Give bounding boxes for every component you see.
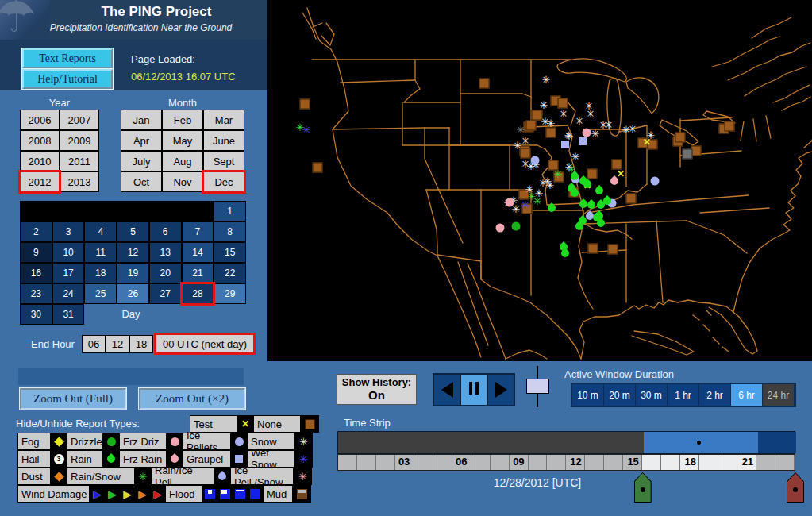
legend-label-frz-driz[interactable]: Frz Driz [119,433,167,450]
legend-icon-cell-flood-4[interactable] [248,485,263,503]
day-cell-14[interactable]: 14 [182,242,214,263]
legend-icon-cell-hail-3[interactable]: 3 [51,450,67,468]
duration-option-2hr[interactable]: 2 hr [699,384,731,406]
legend-icon-cell-tri-blue[interactable]: ▶ [90,485,105,503]
year-button-2013[interactable]: 2013 [60,171,99,192]
zoom-out-2x-button[interactable]: Zoom Out (×2) [139,388,245,410]
legend-label-none[interactable]: None [253,415,301,433]
legend-icon-cell-flood-2[interactable] [217,485,233,503]
legend-icon-cell-mud[interactable] [293,485,311,503]
legend-icon-cell-green-asterisk[interactable]: ✳ [135,468,151,485]
day-cell-5[interactable]: 5 [117,221,149,242]
day-cell-28[interactable]: 28 [182,283,214,304]
legend-label-flood[interactable]: Flood [165,485,202,503]
day-cell-26[interactable]: 26 [117,283,149,304]
day-cell-20[interactable]: 20 [149,263,182,283]
legend-icon-cell-pink-asterisk[interactable]: ✳ [294,468,312,485]
month-button-feb[interactable]: Feb [162,110,203,130]
day-cell-29[interactable]: 29 [214,283,246,304]
hour-cell-22[interactable] [756,455,775,470]
day-cell-2[interactable]: 2 [20,221,52,242]
hour-cell-17[interactable] [661,455,680,470]
time-start-marker[interactable] [634,472,652,503]
month-button-may[interactable]: May [162,130,203,151]
show-history-toggle[interactable]: Show History: On [337,374,417,405]
hour-cell-19[interactable] [699,455,718,470]
legend-label-fog[interactable]: Fog [17,433,51,450]
legend-label-rain-snow[interactable]: Rain/Snow [67,468,135,485]
legend-icon-cell-tri-yellow[interactable]: ▶ [120,485,135,503]
legend-icon-cell-tri-orange[interactable]: ▶ [135,485,150,503]
day-cell-17[interactable]: 17 [52,263,85,283]
duration-option-30m[interactable]: 30 m [636,384,668,406]
legend-label-hail[interactable]: Hail [17,450,51,468]
duration-option-1hr[interactable]: 1 hr [668,384,699,406]
month-button-aug[interactable]: Aug [162,151,203,171]
day-cell-13[interactable]: 13 [149,242,182,263]
year-button-2012[interactable]: 2012 [20,171,60,192]
year-button-2011[interactable]: 2011 [60,151,99,171]
legend-icon-cell-flood-1[interactable] [202,485,217,503]
legend-icon-cell-pink-circle[interactable] [167,433,183,450]
zoom-out-full-button[interactable]: Zoom Out (Full) [20,388,126,410]
legend-icon-cell-blue-asterisk[interactable]: ✳ [294,450,313,468]
day-cell-15[interactable]: 15 [214,242,246,263]
day-cell-10[interactable]: 10 [52,242,85,263]
end-hour-button-18[interactable]: 18 [129,335,153,353]
legend-icon-cell-brown-square[interactable] [301,415,319,433]
day-cell-23[interactable]: 23 [20,283,52,304]
year-button-2006[interactable]: 2006 [20,110,60,130]
legend-label-ice-pell-snow[interactable]: Ice Pell./Snow [230,468,294,485]
day-cell-27[interactable]: 27 [149,283,182,304]
legend-icon-cell-green-drop[interactable] [103,450,119,468]
duration-option-20m[interactable]: 20 m [604,384,636,406]
year-button-2009[interactable]: 2009 [60,130,99,151]
day-cell-22[interactable]: 22 [214,263,246,283]
legend-icon-cell-orange-diamond[interactable] [51,468,67,485]
text-reports-button[interactable]: Text Reports [22,48,113,68]
day-cell-9[interactable]: 9 [20,242,52,263]
hour-cell-23[interactable] [775,455,795,470]
day-cell-6[interactable]: 6 [149,221,182,242]
day-cell-3[interactable]: 3 [52,221,85,242]
hour-cell-1[interactable] [357,455,376,470]
legend-label-wind-damage[interactable]: Wind Damage [17,485,90,503]
legend-icon-cell-flood-3[interactable] [233,485,248,503]
legend-label-ice-pellets[interactable]: Ice Pellets [183,433,231,450]
day-cell-31[interactable]: 31 [52,304,85,325]
month-button-dec[interactable]: Dec [203,171,244,192]
year-button-2008[interactable]: 2008 [20,130,60,151]
step-back-button[interactable] [434,375,460,405]
legend-label-rain-ice-pell-[interactable]: Rain/Ice Pell. [151,468,214,485]
hour-cell-13[interactable] [585,455,604,470]
legend-icon-cell-green-circle[interactable] [103,433,119,450]
month-button-june[interactable]: June [203,130,244,151]
legend-icon-cell-tri-red[interactable]: ▶ [150,485,165,503]
day-cell-25[interactable]: 25 [84,283,117,304]
step-forward-button[interactable] [488,375,514,405]
hour-cell-20[interactable] [718,455,737,470]
legend-icon-cell-lavender-circle[interactable] [231,433,247,450]
month-button-mar[interactable]: Mar [203,110,244,130]
us-precipitation-map[interactable]: ✳✳✳✳✳✳✳✳✳✳✳✳✳✳✳✳✳✳✳✳✳✳✳✳✳✳✳✳✳✳✳✳✳✳✳✳✳✳✳✳… [267,0,812,361]
day-cell-8[interactable]: 8 [214,221,246,242]
month-button-july[interactable]: July [121,151,162,171]
hour-cell-2[interactable] [376,455,395,470]
day-cell-11[interactable]: 11 [84,242,117,263]
month-button-sept[interactable]: Sept [203,151,244,171]
legend-icon-cell-yellow-x[interactable]: ✕ [237,415,253,433]
hour-cell-10[interactable] [529,455,548,470]
legend-label-drizzle[interactable]: Drizzle [67,433,103,450]
month-button-nov[interactable]: Nov [162,171,203,192]
hour-cell-5[interactable] [433,455,452,470]
legend-label-dust[interactable]: Dust [17,468,51,485]
hour-cell-16[interactable] [642,455,661,470]
hour-cell-8[interactable] [491,455,510,470]
day-cell-4[interactable]: 4 [84,221,117,242]
end-hour-next-day-button[interactable]: 00 UTC (next day) [154,333,256,355]
end-hour-button-12[interactable]: 12 [106,335,129,353]
time-end-marker[interactable] [787,472,804,503]
day-cell-7[interactable]: 7 [182,221,214,242]
legend-icon-cell-white-asterisk[interactable]: ✳ [294,433,313,450]
month-button-jan[interactable]: Jan [121,110,162,130]
